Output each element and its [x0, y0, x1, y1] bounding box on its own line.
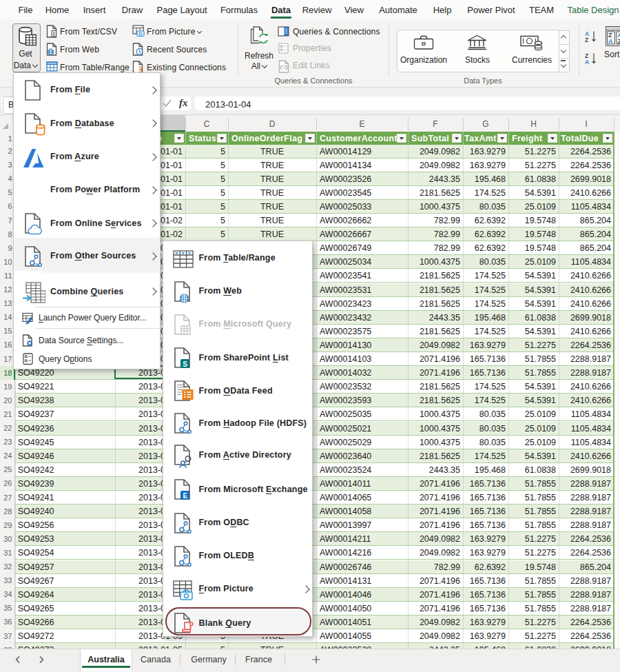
svg-text:E: E: [183, 492, 187, 500]
svg-text:Z: Z: [618, 38, 620, 45]
svg-text:A: A: [585, 59, 589, 65]
svg-text:S: S: [183, 360, 187, 368]
svg-text:Z: Z: [585, 37, 588, 43]
svg-text:A: A: [608, 38, 613, 45]
